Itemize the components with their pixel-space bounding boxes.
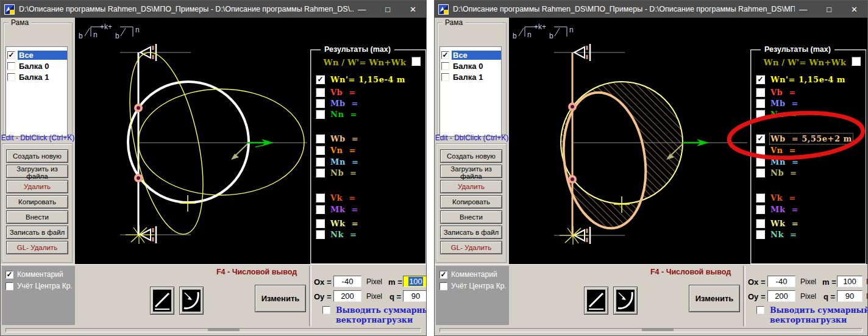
checkbox-mn[interactable] <box>316 157 325 166</box>
insert-button[interactable]: Внести <box>6 210 68 224</box>
checkbox-mb[interactable] <box>756 99 765 108</box>
checkbox-nk[interactable] <box>756 230 765 239</box>
minimize-icon[interactable]: — <box>799 5 807 13</box>
list-item-beam1[interactable]: Балка 1 <box>440 71 501 82</box>
vector-sum-checkbox[interactable] <box>756 306 764 314</box>
center-checkbox-row[interactable]: Учёт Центра Кр. <box>5 282 75 290</box>
checkbox-wk[interactable] <box>316 219 325 228</box>
change-button[interactable]: Изменить <box>255 285 306 312</box>
comment-checkbox-row[interactable]: ✓Комментарий <box>439 270 509 279</box>
checkbox-vk[interactable] <box>316 193 325 202</box>
curve-diagram-button[interactable] <box>613 287 638 315</box>
list-item-beam1[interactable]: Балка 1 <box>6 71 67 82</box>
vector-sum-checkbox[interactable] <box>322 306 330 314</box>
gl-delete-button[interactable]: GL- Удалить <box>6 241 68 254</box>
delete-button[interactable]: Удалить <box>440 180 502 193</box>
sidebar: Рама ✓ Все Балка 0 Балка 1 Edit - DblCli… <box>435 18 509 264</box>
comment-checkbox-row[interactable]: ✓Комментарий <box>5 270 75 279</box>
close-icon[interactable]: ✕ <box>410 5 416 13</box>
checkbox-nn[interactable] <box>316 110 325 119</box>
delete-button[interactable]: Удалить <box>6 180 68 193</box>
center-checkbox[interactable] <box>5 282 13 290</box>
list-item-label[interactable]: Балка 0 <box>452 62 501 71</box>
actions-groupbox: Создать новую Загрузить из файла Удалить… <box>436 143 507 263</box>
checkbox-all[interactable]: ✓ <box>7 51 15 59</box>
ox-field[interactable]: -40 <box>333 276 361 287</box>
copy-button[interactable]: Копировать <box>440 195 502 209</box>
close-icon[interactable]: ✕ <box>851 5 858 13</box>
m-field[interactable]: 100 <box>837 276 863 287</box>
checkbox-vn[interactable] <box>316 146 325 155</box>
list-item-beam0[interactable]: Балка 0 <box>440 60 501 71</box>
formula-checkbox[interactable] <box>852 57 861 66</box>
result-row-wn: ✓Wn'= 1,15e-4 m <box>316 74 405 85</box>
list-item-all[interactable]: ✓ Все <box>440 49 501 60</box>
titlebar[interactable]: D:\Описание программы Rahmen_DS\МПО_Прим… <box>1 1 426 18</box>
create-new-button[interactable]: Создать новую <box>6 149 68 163</box>
m-field[interactable]: 100 <box>403 276 427 287</box>
save-to-file-button[interactable]: Записать в файл <box>6 226 68 239</box>
gl-delete-button[interactable]: GL- Удалить <box>440 241 502 254</box>
formula-checkbox[interactable] <box>411 57 421 66</box>
q-field[interactable]: 90 <box>837 290 863 302</box>
checkbox-mn[interactable] <box>756 157 765 166</box>
checkbox-vn[interactable] <box>756 146 765 155</box>
create-new-button[interactable]: Создать новую <box>440 149 502 163</box>
checkbox-mb[interactable] <box>316 99 325 108</box>
change-button[interactable]: Изменить <box>689 285 740 312</box>
list-item-label[interactable]: Балка 1 <box>18 73 67 82</box>
checkbox-wn[interactable]: ✓ <box>316 75 325 84</box>
oy-field[interactable]: 200 <box>767 290 795 302</box>
line-diagram-button[interactable] <box>584 287 608 315</box>
comment-checkbox[interactable]: ✓ <box>5 271 13 279</box>
list-item-all[interactable]: ✓ Все <box>6 49 67 60</box>
checkbox-vk[interactable] <box>756 193 765 202</box>
checkbox-nn[interactable] <box>756 110 765 119</box>
oy-field[interactable]: 200 <box>333 290 361 302</box>
center-checkbox[interactable] <box>439 282 447 290</box>
titlebar[interactable]: D:\Описание программы Rahmen_DS\МПО_Прим… <box>435 1 867 18</box>
ox-field[interactable]: -40 <box>767 276 795 287</box>
checkbox-mk[interactable] <box>756 205 765 214</box>
result-row-nn: Nn = <box>316 109 357 120</box>
maximize-icon[interactable]: □ <box>385 5 390 13</box>
line-diagram-button[interactable] <box>150 287 174 315</box>
list-item-beam0[interactable]: Балка 0 <box>6 60 67 71</box>
comment-checkbox[interactable]: ✓ <box>439 271 447 279</box>
beam-listbox[interactable]: ✓ Все Балка 0 Балка 1 <box>439 46 502 137</box>
checkbox-vb[interactable] <box>316 88 325 97</box>
checkbox-mk[interactable] <box>316 205 325 214</box>
result-row-wn: ✓Wn'= 1,15e-4 m <box>756 74 845 85</box>
checkbox-beam1[interactable] <box>7 73 15 81</box>
checkbox-beam0[interactable] <box>441 62 449 70</box>
load-from-file-button[interactable]: Загрузить из файла <box>6 165 68 178</box>
save-to-file-button[interactable]: Записать в файл <box>440 226 502 239</box>
checkbox-nb[interactable] <box>316 168 325 177</box>
checkbox-nk[interactable] <box>316 230 325 239</box>
list-item-label[interactable]: Все <box>18 51 67 60</box>
copy-button[interactable]: Копировать <box>6 195 68 209</box>
list-item-label[interactable]: Балка 0 <box>18 62 67 71</box>
checkbox-wn[interactable]: ✓ <box>756 75 765 84</box>
load-from-file-button[interactable]: Загрузить из файла <box>440 165 502 178</box>
result-row-nk: Nk = <box>756 229 797 240</box>
checkbox-nb[interactable] <box>756 168 765 177</box>
checkbox-beam1[interactable] <box>441 73 449 81</box>
checkbox-vb[interactable] <box>756 88 765 97</box>
insert-button[interactable]: Внести <box>440 210 502 224</box>
center-checkbox-row[interactable]: Учёт Центра Кр. <box>439 282 509 290</box>
checkbox-wk[interactable] <box>756 219 765 228</box>
edit-dblclick-link[interactable]: Edit - DblClick (Ctrl+K) <box>1 134 75 142</box>
checkbox-beam0[interactable] <box>7 62 15 70</box>
checkbox-all[interactable]: ✓ <box>441 51 449 59</box>
checkbox-wb[interactable] <box>316 134 325 143</box>
checkbox-wb[interactable]: ✓ <box>756 134 765 143</box>
edit-dblclick-link[interactable]: Edit - DblClick (Ctrl+K) <box>435 134 509 142</box>
minimize-icon[interactable]: — <box>358 5 366 13</box>
curve-diagram-button[interactable] <box>179 287 204 315</box>
maximize-icon[interactable]: □ <box>827 5 831 13</box>
q-field[interactable]: 90 <box>403 290 427 302</box>
list-item-label[interactable]: Балка 1 <box>452 73 501 82</box>
beam-listbox[interactable]: ✓ Все Балка 0 Балка 1 <box>5 46 68 137</box>
list-item-label[interactable]: Все <box>452 51 501 60</box>
